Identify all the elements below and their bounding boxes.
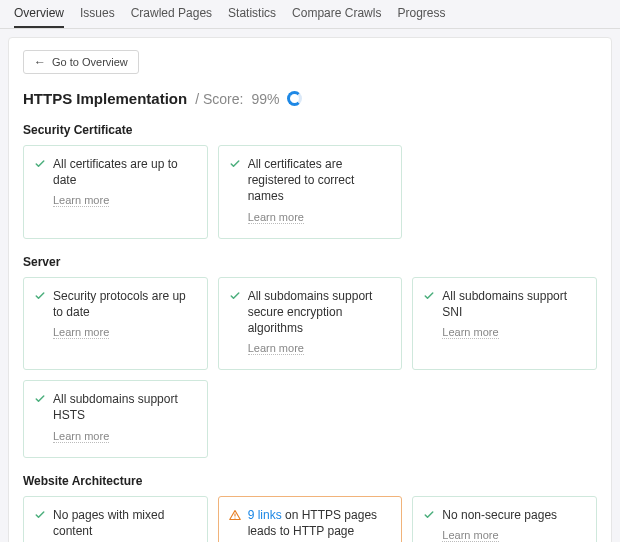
grid-architecture: No pages with mixed contentLearn more9 l… (23, 496, 597, 543)
learn-more-link[interactable]: Learn more (248, 211, 304, 224)
check-icon (34, 509, 46, 521)
issue-link[interactable]: 9 links (248, 508, 282, 522)
check-icon (34, 290, 46, 302)
arrow-left-icon: ← (34, 56, 46, 68)
card-text: All subdomains support secure encryption… (248, 288, 392, 337)
card-text: All certificates are up to date (53, 156, 197, 188)
tab-crawled-pages[interactable]: Crawled Pages (131, 6, 212, 28)
section-heading-server: Server (23, 255, 597, 269)
tab-statistics[interactable]: Statistics (228, 6, 276, 28)
audit-card: All subdomains support HSTSLearn more (23, 380, 208, 457)
score-label: / Score: (195, 91, 243, 107)
svg-point-1 (234, 517, 235, 518)
back-button[interactable]: ← Go to Overview (23, 50, 139, 74)
card-text: All subdomains support SNI (442, 288, 586, 320)
learn-more-link[interactable]: Learn more (53, 194, 109, 207)
card-text: No non-secure pages (442, 507, 557, 523)
audit-card: All certificates are registered to corre… (218, 145, 403, 239)
card-text: 9 links on HTTPS pages leads to HTTP pag… (248, 507, 392, 539)
learn-more-link[interactable]: Learn more (248, 342, 304, 355)
audit-card: Security protocols are up to dateLearn m… (23, 277, 208, 371)
learn-more-link[interactable]: Learn more (442, 529, 498, 542)
tab-progress[interactable]: Progress (397, 6, 445, 28)
page-title: HTTPS Implementation (23, 90, 187, 107)
title-row: HTTPS Implementation / Score: 99% (23, 90, 597, 107)
audit-card: All subdomains support secure encryption… (218, 277, 403, 371)
section-heading-security-certificate: Security Certificate (23, 123, 597, 137)
check-icon (229, 290, 241, 302)
audit-card: All certificates are up to dateLearn mor… (23, 145, 208, 239)
main-panel: ← Go to Overview HTTPS Implementation / … (8, 37, 612, 542)
audit-card: No non-secure pagesLearn more (412, 496, 597, 543)
learn-more-link[interactable]: Learn more (53, 326, 109, 339)
check-icon (34, 393, 46, 405)
check-icon (34, 158, 46, 170)
tab-overview[interactable]: Overview (14, 6, 64, 28)
back-label: Go to Overview (52, 56, 128, 68)
grid-server: Security protocols are up to dateLearn m… (23, 277, 597, 458)
tab-compare-crawls[interactable]: Compare Crawls (292, 6, 381, 28)
grid-security-certificate: All certificates are up to dateLearn mor… (23, 145, 597, 239)
audit-card: No pages with mixed contentLearn more (23, 496, 208, 543)
check-icon (423, 290, 435, 302)
tab-bar: OverviewIssuesCrawled PagesStatisticsCom… (0, 0, 620, 29)
check-icon (229, 158, 241, 170)
card-text: All subdomains support HSTS (53, 391, 197, 423)
learn-more-link[interactable]: Learn more (53, 430, 109, 443)
learn-more-link[interactable]: Learn more (442, 326, 498, 339)
audit-card: All subdomains support SNILearn more (412, 277, 597, 371)
score-value: 99% (251, 91, 279, 107)
audit-card: 9 links on HTTPS pages leads to HTTP pag… (218, 496, 403, 543)
warning-icon (229, 509, 241, 521)
score-ring-icon (287, 91, 302, 106)
card-text: Security protocols are up to date (53, 288, 197, 320)
card-text: No pages with mixed content (53, 507, 197, 539)
check-icon (423, 509, 435, 521)
section-heading-architecture: Website Architecture (23, 474, 597, 488)
card-text: All certificates are registered to corre… (248, 156, 392, 205)
tab-issues[interactable]: Issues (80, 6, 115, 28)
